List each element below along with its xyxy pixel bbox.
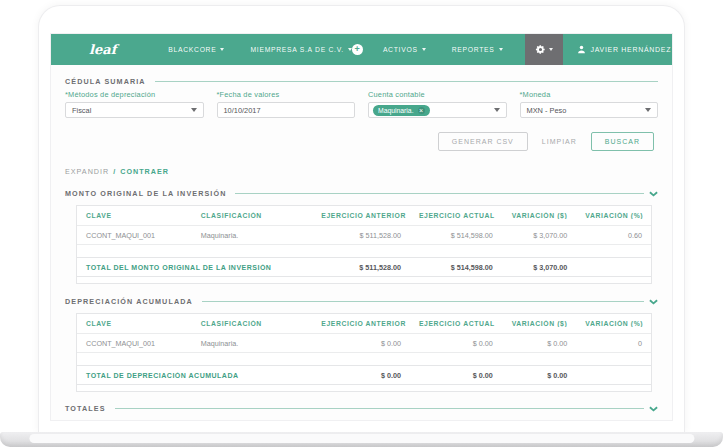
table-header-row: CLAVE CLASIFICACIÓN EJERCICIO ANTERIOR E… — [77, 314, 651, 334]
account-chip-label: Maquinaria. — [378, 107, 414, 114]
laptop-base — [0, 432, 723, 447]
collapse-section-button[interactable] — [649, 299, 658, 305]
method-field: *Métodos de depreciación Fiscal — [65, 90, 204, 118]
total-variacion-pesos: $ 0.00 — [502, 371, 577, 380]
account-label: Cuenta contable — [368, 90, 507, 99]
laptop-base-notch — [29, 434, 694, 443]
cedula-sumaria-header: CÉDULA SUMARIA — [65, 77, 658, 86]
action-buttons: GENERAR CSV LIMPIAR BUSCAR — [65, 132, 658, 151]
menu-activos[interactable]: ACTIVOS — [383, 46, 426, 53]
filters-form: *Métodos de depreciación Fiscal *Fecha d… — [65, 90, 658, 118]
navbar-right: + ACTIVOS REPORTES — [352, 34, 685, 65]
depreciacion-table: CLAVE CLASIFICACIÓN EJERCICIO ANTERIOR E… — [76, 313, 652, 392]
menu-empresa[interactable]: MIEMPRESA S.A DE C.V. — [250, 46, 351, 53]
section-depreciacion-acumulada: DEPRECIACIÓN ACUMULADA CLAVE CLASIFICACI… — [65, 297, 658, 392]
col-header: CLASIFICACIÓN — [192, 212, 313, 219]
date-label: *Fecha de valores — [217, 90, 356, 99]
menu-activos-label: ACTIVOS — [383, 46, 418, 53]
table-row: CCONT_MAQUI_001 Maquinaria. $ 0.00 $ 0.0… — [77, 334, 651, 353]
total-ejercicio-actual: $ 0.00 — [410, 371, 502, 380]
cell-clasificacion: Maquinaria. — [192, 231, 313, 240]
account-select[interactable]: Maquinaria. × — [368, 102, 507, 118]
settings-menu-button[interactable] — [525, 34, 563, 65]
limpiar-button[interactable]: LIMPIAR — [540, 133, 579, 150]
total-ejercicio-anterior: $ 511,528.00 — [312, 263, 410, 272]
app-window: leaf BLACKCORE MIEMPRESA S.A DE C.V. + A… — [50, 33, 673, 421]
date-input[interactable]: 10/10/2017 — [217, 102, 356, 118]
table-header-row: CLAVE CLASIFICACIÓN EJERCICIO ANTERIOR E… — [77, 206, 651, 226]
total-ejercicio-anterior: $ 0.00 — [312, 371, 410, 380]
page-title: CÉDULA SUMARIA — [65, 77, 146, 86]
date-value: 10/10/2017 — [224, 106, 261, 115]
cell-variacion-pct: 0 — [576, 339, 651, 348]
col-header: VARIACIÓN (%) — [576, 320, 651, 327]
method-value: Fiscal — [72, 106, 91, 115]
monto-original-table: CLAVE CLASIFICACIÓN EJERCICIO ANTERIOR E… — [76, 205, 652, 284]
table-row: CCONT_MAQUI_001 Maquinaria. $ 511,528.00… — [77, 226, 651, 245]
user-icon — [577, 45, 586, 54]
caret-down-icon — [220, 48, 224, 51]
menu-blackcore-label: BLACKCORE — [168, 46, 216, 53]
cell-variacion-pesos: $ 3,070.00 — [502, 231, 577, 240]
col-header: CLAVE — [77, 212, 192, 219]
section-title: TOTALES — [65, 404, 106, 413]
contraer-link[interactable]: CONTRAER — [120, 167, 169, 176]
col-header: CLASIFICACIÓN — [192, 320, 313, 327]
cell-ejercicio-actual: $ 514,598.00 — [410, 231, 502, 240]
cell-ejercicio-actual: $ 0.00 — [410, 339, 502, 348]
col-header: EJERCICIO ACTUAL — [410, 212, 502, 219]
laptop-screen: leaf BLACKCORE MIEMPRESA S.A DE C.V. + A… — [38, 5, 685, 432]
menu-reportes-label: REPORTES — [452, 46, 495, 53]
menu-blackcore[interactable]: BLACKCORE — [168, 46, 224, 53]
chevron-down-icon — [645, 108, 651, 112]
collapse-section-button[interactable] — [649, 191, 658, 197]
section-totales-header: TOTALES — [65, 404, 658, 413]
cell-variacion-pesos: $ 0.00 — [502, 339, 577, 348]
cell-ejercicio-anterior: $ 511,528.00 — [312, 231, 410, 240]
caret-down-icon — [549, 48, 553, 51]
divider — [155, 81, 658, 82]
account-field: Cuenta contable Maquinaria. × — [368, 90, 507, 118]
cell-clave: CCONT_MAQUI_001 — [77, 339, 192, 348]
generar-csv-button[interactable]: GENERAR CSV — [438, 132, 528, 151]
add-circle-icon[interactable]: + — [352, 44, 363, 55]
buscar-button[interactable]: BUSCAR — [591, 132, 654, 151]
empty-row — [77, 245, 651, 257]
cell-clasificacion: Maquinaria. — [192, 339, 313, 348]
col-header: CLAVE — [77, 320, 192, 327]
divider — [115, 408, 644, 409]
col-header: EJERCICIO ANTERIOR — [312, 320, 410, 327]
table-total-row: TOTAL DE DEPRECIACIÓN ACUMULADA $ 0.00 $… — [77, 365, 651, 385]
currency-select[interactable]: MXN - Peso — [520, 102, 659, 118]
section-header: DEPRECIACIÓN ACUMULADA — [65, 297, 658, 306]
col-header: EJERCICIO ANTERIOR — [312, 212, 410, 219]
user-menu[interactable]: JAVIER HERNÁNDEZ — [577, 45, 672, 54]
menu-empresa-label: MIEMPRESA S.A DE C.V. — [250, 46, 343, 53]
expand-section-button[interactable] — [649, 406, 658, 412]
caret-down-icon — [499, 48, 503, 51]
currency-value: MXN - Peso — [527, 106, 567, 115]
expandir-link[interactable]: EXPANDIR — [65, 167, 109, 176]
col-header: VARIACIÓN ($) — [502, 212, 577, 219]
empty-row — [77, 353, 651, 365]
col-header: EJERCICIO ACTUAL — [410, 320, 502, 327]
caret-down-icon — [422, 48, 426, 51]
method-select[interactable]: Fiscal — [65, 102, 204, 118]
separator: / — [113, 167, 116, 176]
total-ejercicio-actual: $ 514,598.00 — [410, 263, 502, 272]
col-header: VARIACIÓN (%) — [576, 212, 651, 219]
expand-collapse-controls: EXPANDIR / CONTRAER — [65, 167, 658, 176]
method-label: *Métodos de depreciación — [65, 90, 204, 99]
section-title: DEPRECIACIÓN ACUMULADA — [65, 297, 193, 306]
divider — [202, 301, 644, 302]
total-label: TOTAL DEL MONTO ORIGINAL DE LA INVERSIÓN — [77, 264, 312, 271]
col-header: VARIACIÓN ($) — [502, 320, 577, 327]
section-title: MONTO ORIGINAL DE LA INVERSIÓN — [65, 189, 226, 198]
cell-ejercicio-anterior: $ 0.00 — [312, 339, 410, 348]
chip-close-icon[interactable]: × — [418, 107, 425, 114]
leaf-logo: leaf — [89, 42, 116, 57]
account-chip[interactable]: Maquinaria. × — [373, 105, 430, 116]
menu-reportes[interactable]: REPORTES — [452, 46, 503, 53]
cell-clave: CCONT_MAQUI_001 — [77, 231, 192, 240]
date-field: *Fecha de valores 10/10/2017 — [217, 90, 356, 118]
